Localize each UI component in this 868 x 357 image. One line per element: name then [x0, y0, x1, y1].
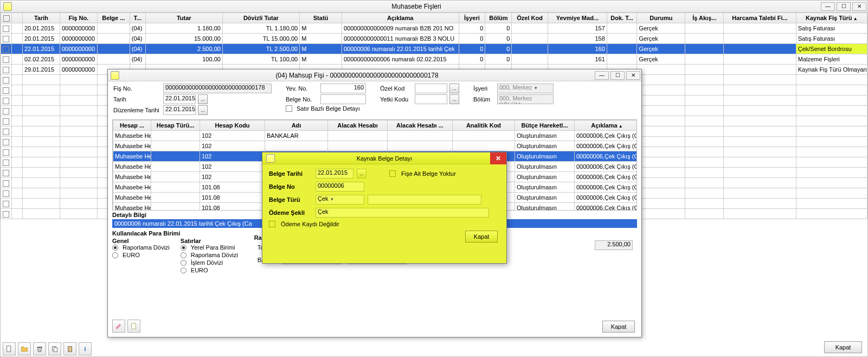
bolum-select[interactable]: 000, Merkez BÖLÜM — [497, 94, 554, 104]
main-col[interactable]: Özel Kod — [512, 13, 548, 23]
ozelkod-input[interactable] — [415, 84, 447, 93]
note-icon — [130, 322, 138, 330]
duzenleme-input[interactable]: 22.01.2015 — [163, 105, 196, 115]
child-col[interactable]: Alacak Hesabı — [328, 120, 388, 131]
delete-button[interactable] — [33, 342, 46, 355]
table-row[interactable]: 20.01.20150000000000(04)15.000,00TL 15.0… — [1, 34, 867, 44]
child-col[interactable]: Analitik Kod — [453, 120, 515, 131]
source-doc-modal: Kaynak Belge Detayı ✕ Belge Tarihi 22.01… — [262, 152, 507, 264]
yetki-input[interactable] — [415, 94, 447, 104]
satir-raporlama-radio[interactable] — [181, 252, 187, 258]
yevno-input[interactable]: 160 — [320, 84, 366, 93]
modal-tarih-input[interactable]: 22.01.2015 — [316, 169, 353, 178]
main-col[interactable]: Dövizli Tutar — [222, 13, 299, 23]
modal-tarih-picker[interactable]: ... — [357, 169, 367, 178]
kaydi-checkbox[interactable] — [269, 221, 275, 227]
main-col[interactable]: Kaynak Fiş Türü — [796, 13, 867, 23]
child-col[interactable]: Hesap Türü... — [151, 120, 200, 131]
main-col[interactable]: Statü — [300, 13, 342, 23]
isyeri-select[interactable]: 000, Merkez — [497, 84, 554, 93]
parent-title: Muhasebe Fişleri — [12, 3, 821, 10]
main-col[interactable]: T... — [130, 13, 145, 23]
yetki-lookup-button[interactable]: ... — [449, 94, 459, 104]
modal-no-label: Belge No — [269, 183, 312, 190]
modal-title: Kaynak Belge Detayı — [357, 155, 413, 162]
close-button[interactable]: ✕ — [852, 2, 866, 11]
table-row[interactable]: Muhasebe He102Oluşturulmasın00000006,Çek… — [113, 141, 638, 151]
tarih-picker-button[interactable]: ... — [198, 94, 208, 104]
info-button[interactable]: i — [79, 342, 92, 355]
main-col[interactable] — [12, 13, 23, 23]
doc-tool-1[interactable] — [112, 320, 125, 333]
svg-rect-4 — [132, 323, 136, 329]
main-col[interactable]: Tutar — [145, 13, 222, 23]
satir-checkbox[interactable] — [286, 105, 292, 112]
main-col[interactable]: Fiş No. — [60, 13, 97, 23]
app-icon — [3, 2, 12, 11]
parent-close-button[interactable]: Kapat — [824, 341, 862, 353]
child-col[interactable]: Hesap ... — [113, 120, 151, 131]
modal-kapat-button[interactable]: Kapat — [465, 231, 498, 243]
table-row[interactable]: 22.01.20150000000000(04)2.500,00TL 2.500… — [1, 44, 867, 54]
folder-icon — [21, 345, 28, 353]
satir-islem-radio[interactable] — [181, 260, 187, 266]
open-button[interactable] — [18, 342, 31, 355]
doc-tool-2[interactable] — [127, 320, 140, 333]
modal-title-bar: Kaynak Belge Detayı ✕ — [262, 152, 506, 164]
duzenleme-picker-button[interactable]: ... — [198, 105, 208, 115]
maximize-button[interactable]: ☐ — [610, 71, 625, 80]
genel-euro-radio[interactable] — [112, 252, 118, 258]
bottom-toolbar: i — [3, 342, 92, 355]
satir-euro-radio[interactable] — [181, 267, 187, 273]
satir-yerel-radio[interactable] — [181, 245, 187, 251]
child-col[interactable]: Bütçe Hareketl... — [515, 120, 575, 131]
app-icon — [266, 154, 275, 163]
modal-close-button[interactable]: ✕ — [490, 152, 506, 164]
main-col[interactable]: Yevmiye Mad... — [548, 13, 607, 23]
parent-title-bar: Muhasebe Fişleri — ☐ ✕ — [1, 1, 867, 12]
main-col[interactable]: Dok. T... — [607, 13, 637, 23]
svg-rect-3 — [68, 347, 72, 352]
genel-raporlama-radio[interactable] — [112, 245, 118, 251]
kaydi-label: Ödeme Kaydı Değildir — [281, 221, 339, 227]
child-col[interactable]: Hesap Kodu — [200, 120, 265, 131]
fise-checkbox[interactable] — [389, 170, 396, 177]
tarih-input[interactable]: 22.01.2015 — [163, 94, 196, 104]
main-col[interactable]: Belge ... — [97, 13, 130, 23]
main-col[interactable]: Açıklama — [342, 13, 459, 23]
ozelkod-lookup-button[interactable]: ... — [449, 84, 459, 93]
belgeno-label: Belge No. — [286, 96, 318, 103]
child-title: (04) Mahsup Fişi - 000000000000000000000… — [119, 72, 595, 79]
copy-button[interactable] — [48, 342, 61, 355]
minimize-button[interactable]: — — [595, 71, 609, 80]
minimize-button[interactable]: — — [821, 2, 835, 11]
child-col[interactable]: Açıklama — [575, 120, 638, 131]
main-col[interactable]: Harcama Talebi Fi... — [724, 13, 796, 23]
fisno-label: Fiş No. — [113, 85, 161, 92]
table-row[interactable]: 20.01.20150000000000(04)1.180,00TL 1.180… — [1, 23, 867, 34]
modal-tur-extra[interactable] — [368, 195, 481, 205]
table-row[interactable]: Muhasebe He102BANKALAROluşturulmasın0000… — [113, 131, 638, 141]
main-col[interactable]: Tarih — [23, 13, 60, 23]
trash-icon — [36, 345, 43, 353]
paste-button[interactable] — [63, 342, 76, 355]
main-col[interactable]: Bölüm — [485, 13, 512, 23]
child-col[interactable]: Alacak Hesabı ... — [388, 120, 453, 131]
modal-odeme-input[interactable]: Çek — [316, 208, 489, 218]
close-button[interactable]: ✕ — [626, 71, 640, 80]
main-col[interactable]: Durumu — [637, 13, 685, 23]
belgeno-input[interactable] — [320, 94, 366, 104]
page-icon — [5, 345, 13, 353]
child-close-button[interactable]: Kapat — [602, 321, 635, 333]
ozelkod-label: Özel Kod — [380, 85, 413, 92]
modal-no-input[interactable]: 00000006 — [316, 182, 364, 192]
main-col[interactable]: İş Akış... — [685, 13, 724, 23]
main-col[interactable]: İşyeri — [459, 13, 485, 23]
maximize-button[interactable]: ☐ — [837, 2, 851, 11]
modal-tur-select[interactable]: Çek — [316, 195, 364, 205]
child-col[interactable]: Adı — [265, 120, 328, 131]
table-row[interactable]: 02.02.20150000000000(04)100,00TL 100,00M… — [1, 54, 867, 65]
paste-icon — [66, 345, 74, 353]
yevno-label: Yev. No. — [286, 85, 318, 92]
new-button[interactable] — [3, 342, 16, 355]
